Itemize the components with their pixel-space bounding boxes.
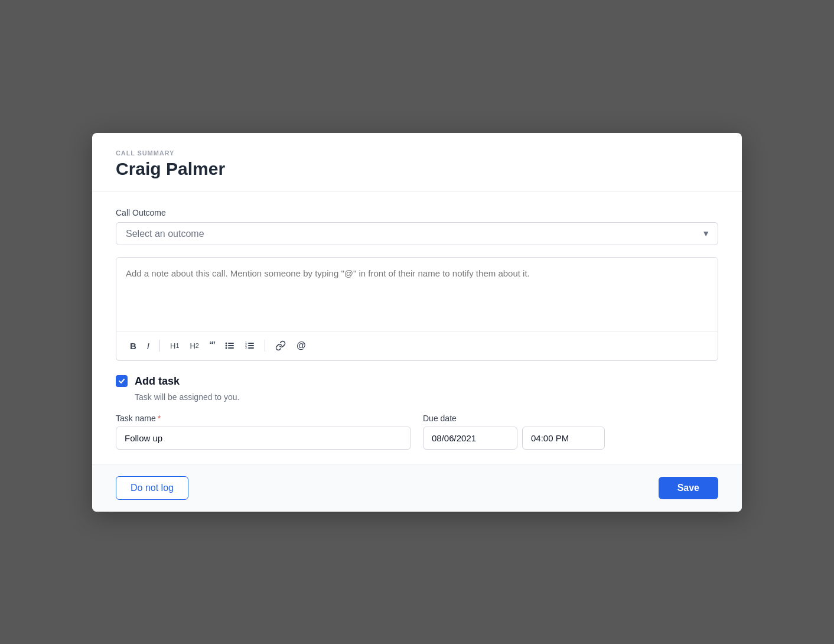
- svg-rect-1: [228, 343, 234, 344]
- toolbar-divider-1: [159, 340, 160, 352]
- svg-rect-9: [248, 345, 254, 346]
- svg-rect-3: [228, 345, 234, 346]
- modal-header: CALL SUMMARY Craig Palmer: [92, 133, 742, 191]
- task-name-input[interactable]: [116, 427, 411, 450]
- due-date-label: Due date: [423, 414, 718, 423]
- note-editor-container: B I H1 H2 “”: [116, 257, 718, 361]
- toolbar-bullet-list-button[interactable]: [221, 339, 239, 353]
- toolbar-bold-button[interactable]: B: [126, 339, 141, 353]
- section-label: CALL SUMMARY: [116, 149, 718, 157]
- note-editor-textarea[interactable]: [116, 258, 718, 328]
- task-name-group: Task name*: [116, 414, 411, 450]
- svg-rect-7: [248, 343, 254, 344]
- svg-rect-11: [248, 347, 254, 349]
- svg-rect-5: [228, 347, 234, 349]
- toolbar-mention-button[interactable]: @: [292, 338, 310, 353]
- toolbar-italic-button[interactable]: I: [143, 339, 154, 353]
- due-date-input[interactable]: [423, 427, 517, 450]
- call-outcome-select[interactable]: Select an outcome Answered Left voicemai…: [116, 222, 718, 245]
- svg-point-4: [225, 347, 227, 349]
- toolbar-link-button[interactable]: [271, 338, 290, 353]
- due-time-input[interactable]: [522, 427, 605, 450]
- modal-footer: Do not log Save: [92, 464, 742, 512]
- due-date-fields: [423, 427, 718, 450]
- toolbar-h2-button[interactable]: H2: [185, 339, 203, 353]
- svg-point-2: [225, 345, 227, 347]
- toolbar-divider-2: [265, 340, 265, 352]
- call-outcome-select-wrapper: Select an outcome Answered Left voicemai…: [116, 222, 718, 245]
- svg-point-0: [225, 343, 227, 344]
- modal-body: Call Outcome Select an outcome Answered …: [92, 191, 742, 464]
- do-not-log-button[interactable]: Do not log: [116, 476, 188, 500]
- save-button[interactable]: Save: [659, 477, 718, 499]
- svg-text:3.: 3.: [245, 346, 247, 349]
- add-task-checkbox[interactable]: [116, 375, 128, 387]
- modal-title: Craig Palmer: [116, 159, 718, 179]
- task-fields: Task name* Due date: [116, 414, 718, 450]
- add-task-label: Add task: [135, 375, 180, 388]
- task-name-label: Task name*: [116, 414, 411, 423]
- call-summary-modal: CALL SUMMARY Craig Palmer Call Outcome S…: [92, 133, 742, 512]
- toolbar-quote-button[interactable]: “”: [206, 337, 219, 354]
- required-star: *: [158, 414, 161, 423]
- add-task-row: Add task: [116, 375, 718, 388]
- call-outcome-label: Call Outcome: [116, 208, 718, 217]
- due-date-group: Due date: [423, 414, 718, 450]
- task-assigned-note: Task will be assigned to you.: [135, 392, 718, 402]
- toolbar-ordered-list-button[interactable]: 1. 2. 3.: [241, 339, 259, 353]
- toolbar-h1-button[interactable]: H1: [166, 339, 183, 353]
- editor-toolbar: B I H1 H2 “”: [116, 331, 718, 360]
